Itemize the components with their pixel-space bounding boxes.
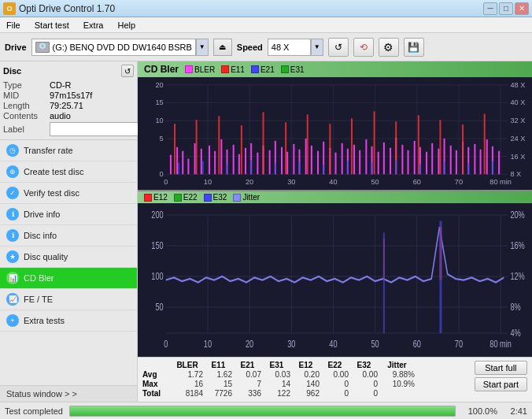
svg-rect-119 [138, 203, 532, 357]
reset-button[interactable]: ⟲ [353, 38, 374, 57]
svg-rect-116 [444, 161, 445, 174]
jitter-chart-svg: 200 150 100 50 20% 16% 12% 8% 4% [138, 203, 532, 357]
svg-rect-106 [202, 161, 204, 175]
svg-text:8%: 8% [510, 302, 520, 313]
menu-help[interactable]: Help [114, 20, 139, 31]
svg-rect-118 [492, 161, 493, 175]
save-button[interactable]: 💾 [404, 38, 424, 57]
svg-text:50: 50 [371, 338, 379, 349]
menu-file[interactable]: File [3, 20, 24, 31]
svg-rect-39 [194, 143, 196, 174]
svg-rect-77 [426, 152, 427, 175]
svg-text:0: 0 [160, 170, 164, 178]
sidebar-item-transfer-rate[interactable]: ◷ Transfer rate [0, 140, 137, 161]
extra-tests-icon: + [6, 314, 19, 327]
refresh-button[interactable]: ↺ [328, 38, 349, 57]
sidebar-item-label-verify-test-disc: Verify test disc [24, 188, 79, 198]
svg-rect-101 [418, 115, 419, 174]
legend-e31-color [281, 65, 289, 73]
menu-extra[interactable]: Extra [80, 20, 107, 31]
stats-max-row: Max 16 15 7 14 140 0 0 10.9% [142, 380, 468, 388]
sidebar-item-cd-bler[interactable]: 📊 CD Bler [0, 268, 137, 289]
svg-rect-41 [209, 146, 210, 174]
svg-rect-40 [201, 149, 202, 175]
app-icon: O [3, 2, 16, 15]
menubar: File Start test Extra Help [0, 17, 532, 33]
svg-rect-78 [431, 143, 433, 174]
verify-test-disc-icon: ✓ [6, 187, 19, 199]
legend-e32: E32 [204, 193, 227, 202]
disc-type-value: CD-R [50, 80, 72, 90]
cd-bler-icon: 📊 [6, 272, 19, 284]
svg-text:5: 5 [160, 135, 164, 143]
svg-rect-81 [450, 146, 452, 174]
close-button[interactable]: ✕ [515, 2, 529, 15]
chart-title: CD Bler [144, 64, 179, 75]
sidebar-item-label-extra-tests: Extra tests [24, 316, 65, 325]
stats-avg-row: Avg 1.72 1.62 0.07 0.03 0.20 0.00 0.00 9… [142, 370, 468, 379]
disc-label-input[interactable] [50, 122, 151, 136]
svg-text:0: 0 [164, 178, 168, 186]
settings-button[interactable]: ⚙ [379, 38, 399, 57]
svg-text:50: 50 [155, 302, 163, 313]
svg-rect-108 [250, 161, 252, 175]
legend-e11-color [221, 65, 229, 73]
sidebar-item-label-drive-info: Drive info [24, 210, 60, 219]
svg-rect-57 [305, 139, 307, 174]
svg-text:70: 70 [455, 178, 463, 186]
legend-e31: E31 [281, 65, 305, 74]
svg-rect-115 [419, 164, 421, 174]
svg-text:40: 40 [329, 338, 337, 349]
sidebar-item-verify-test-disc[interactable]: ✓ Verify test disc [0, 183, 137, 204]
svg-text:60: 60 [413, 178, 421, 186]
svg-rect-153 [439, 221, 441, 334]
svg-rect-54 [286, 152, 288, 175]
statusbar: Test completed 100.0% 2:41 [0, 402, 532, 419]
disc-info-icon: ℹ [6, 229, 19, 242]
legend-e11: E11 [221, 65, 245, 74]
disc-refresh-button[interactable]: ↺ [121, 65, 134, 77]
svg-text:12%: 12% [510, 271, 524, 282]
svg-text:48 X: 48 X [510, 81, 525, 89]
drive-dropdown-arrow[interactable]: ▼ [196, 39, 209, 56]
sidebar-item-create-test-disc[interactable]: ⊕ Create test disc [0, 161, 137, 183]
status-time: 2:41 [504, 406, 527, 416]
menu-start-test[interactable]: Start test [31, 20, 72, 31]
maximize-button[interactable]: □ [499, 2, 513, 15]
svg-rect-113 [371, 162, 373, 174]
svg-rect-102 [439, 120, 441, 174]
status-window-button[interactable]: Status window > > [0, 385, 137, 402]
svg-rect-53 [281, 147, 283, 175]
sidebar-item-disc-info[interactable]: ℹ Disc info [0, 225, 137, 247]
progress-bar [70, 406, 455, 416]
svg-text:10: 10 [155, 117, 163, 124]
sidebar-item-extra-tests[interactable]: + Extra tests [0, 310, 137, 332]
svg-rect-62 [335, 153, 337, 175]
svg-text:24 X: 24 X [510, 135, 525, 143]
svg-text:200: 200 [151, 210, 163, 221]
legend-bler-color [185, 65, 193, 73]
legend-e32-color [204, 194, 212, 202]
svg-text:80 min: 80 min [490, 338, 512, 349]
speed-dropdown-arrow[interactable]: ▼ [311, 39, 323, 56]
minimize-button[interactable]: ─ [483, 2, 497, 15]
eject-button[interactable]: ⏏ [213, 39, 232, 56]
legend-e11-label: E11 [231, 65, 245, 74]
start-part-button[interactable]: Start part [475, 377, 527, 391]
disc-panel: Disc ↺ Type CD-R MID 97m15s17f Length 79… [0, 61, 137, 140]
speed-select[interactable]: 48 X [268, 39, 311, 56]
legend-e12: E12 [144, 193, 168, 202]
svg-rect-109 [275, 163, 276, 174]
disc-label-label: Label [3, 124, 46, 134]
content-area: CD Bler BLER E11 E21 E31 [138, 61, 532, 402]
status-text: Test completed [5, 406, 63, 416]
start-full-button[interactable]: Start full [475, 361, 527, 375]
sidebar-item-disc-quality[interactable]: ★ Disc quality [0, 247, 137, 268]
drive-select[interactable]: 💿 (G:) BENQ DVD DD DW1640 BSRB [31, 39, 196, 56]
svg-text:80 min: 80 min [490, 178, 512, 186]
drive-info-icon: ℹ [6, 208, 19, 221]
legend-e22-color [174, 194, 182, 202]
sidebar-item-fe-te[interactable]: 📈 FE / TE [0, 289, 137, 310]
sidebar-item-drive-info[interactable]: ℹ Drive info [0, 204, 137, 225]
svg-rect-103 [462, 124, 464, 174]
